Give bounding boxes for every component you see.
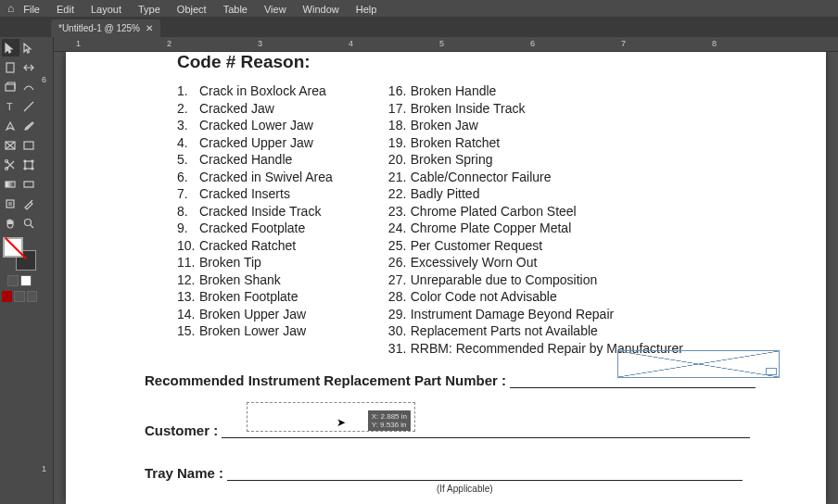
ruler-mark: 8 — [712, 39, 717, 48]
pencil-tool[interactable] — [20, 117, 38, 134]
eyedropper-tool[interactable] — [20, 195, 38, 212]
rectangle-tool[interactable] — [20, 136, 38, 154]
svg-rect-1 — [6, 84, 15, 91]
heading-text: Code # Reason: — [177, 52, 311, 72]
applicable-note: (If Applicable) — [437, 484, 493, 494]
free-transform-tool[interactable] — [20, 156, 38, 173]
apply-none-icon[interactable] — [27, 291, 37, 302]
svg-point-11 — [32, 168, 33, 170]
list-item: 24. Chrome Plate Copper Metal — [388, 220, 683, 237]
pen-tool[interactable] — [2, 117, 19, 134]
svg-rect-0 — [6, 63, 14, 72]
list-item: 6. Cracked in Swivel Area — [177, 170, 333, 186]
svg-rect-14 — [6, 200, 14, 208]
ruler-mark: 6 — [42, 75, 46, 84]
svg-rect-7 — [25, 161, 32, 169]
menu-type[interactable]: Type — [138, 4, 160, 15]
list-item: 8. Cracked Inside Track — [177, 204, 333, 220]
document-tab-bar: *Untitled-1 @ 125% ✕ — [0, 17, 838, 37]
document-tab[interactable]: *Untitled-1 @ 125% ✕ — [51, 19, 160, 37]
formatting-text-icon[interactable] — [20, 275, 32, 286]
list-item: 13. Broken Footplate — [177, 289, 333, 306]
formatting-container-icon[interactable] — [7, 275, 19, 286]
fill-swatch[interactable] — [3, 237, 23, 258]
apply-color-icon[interactable] — [2, 291, 12, 302]
list-item: 28. Color Code not Advisable — [388, 289, 683, 306]
svg-point-15 — [24, 219, 31, 225]
zoom-tool[interactable] — [20, 214, 38, 232]
selection-dimensions-hint: X: 2.885 in Y: 9.536 in — [368, 410, 411, 431]
ruler-mark: 1 — [76, 39, 81, 48]
tool-panel: T — [0, 37, 39, 504]
gradient-feather-tool[interactable] — [20, 175, 38, 193]
ruler-mark: 7 — [621, 39, 626, 48]
gap-tool[interactable] — [20, 58, 38, 76]
menu-bar: ⌂ FileEditLayoutTypeObjectTableViewWindo… — [0, 0, 838, 17]
svg-rect-13 — [24, 182, 33, 187]
type-on-path-tool[interactable] — [20, 78, 38, 95]
apply-gradient-icon[interactable] — [14, 291, 24, 302]
hand-tool[interactable] — [2, 214, 19, 232]
scissors-tool[interactable] — [2, 156, 19, 173]
menu-help[interactable]: Help — [356, 4, 377, 15]
list-item: 18. Broken Jaw — [388, 118, 683, 134]
list-item: 4. Cracked Upper Jaw — [177, 135, 333, 152]
svg-rect-4 — [24, 142, 33, 149]
list-item: 14. Broken Upper Jaw — [177, 307, 333, 323]
menu-window[interactable]: Window — [303, 4, 339, 15]
line-tool[interactable] — [20, 97, 38, 115]
menu-edit[interactable]: Edit — [57, 4, 74, 15]
part-number-row: Recommended Instrument Replacement Part … — [145, 372, 789, 388]
list-item: 23. Chrome Plated Carbon Steel — [388, 204, 683, 220]
home-icon[interactable]: ⌂ — [7, 2, 14, 15]
ruler-mark: 4 — [349, 39, 353, 48]
menu-view[interactable]: View — [264, 4, 286, 15]
reason-list-right: 16. Broken Handle17. Broken Inside Track… — [388, 83, 683, 357]
list-item: 12. Broken Shank — [177, 272, 333, 289]
tray-name-row: Tray Name : — [145, 465, 789, 481]
list-item: 30. Replacement Parts not Available — [388, 323, 683, 340]
canvas-area[interactable]: Code # Reason: 1. Crack in Boxlock Area2… — [54, 52, 838, 504]
list-item: 15. Broken Lower Jaw — [177, 323, 333, 340]
list-item: 26. Excessively Worn Out — [388, 255, 683, 271]
menu-layout[interactable]: Layout — [91, 4, 121, 15]
ruler-mark: 3 — [258, 39, 262, 48]
list-item: 20. Broken Spring — [388, 152, 683, 169]
list-item: 19. Broken Ratchet — [388, 135, 683, 152]
rectangle-frame-tool[interactable] — [2, 136, 19, 154]
content-collector-tool[interactable] — [2, 78, 19, 95]
reason-list-left: 1. Crack in Boxlock Area2. Cracked Jaw3.… — [177, 83, 333, 357]
tab-title: *Untitled-1 @ 125% — [58, 23, 140, 33]
list-item: 27. Unreparable due to Composition — [388, 272, 683, 289]
fill-stroke-swatch[interactable] — [3, 237, 36, 271]
cursor-icon: ➤ — [336, 416, 346, 429]
menu-file[interactable]: File — [23, 4, 40, 15]
svg-point-8 — [24, 160, 26, 162]
ruler-mark: 6 — [530, 39, 535, 48]
close-icon[interactable]: ✕ — [146, 23, 153, 33]
list-item: 3. Cracked Lower Jaw — [177, 118, 333, 134]
list-item: 11. Broken Tip — [177, 255, 333, 271]
ruler-mark: 5 — [439, 39, 444, 48]
svg-point-10 — [24, 168, 26, 170]
vertical-ruler: 61 — [39, 52, 54, 504]
list-item: 21. Cable/Connector Failure — [388, 170, 683, 186]
list-item: 2. Cracked Jaw — [177, 101, 333, 118]
page-tool[interactable] — [2, 58, 19, 76]
svg-text:T: T — [6, 101, 13, 112]
direct-selection-tool[interactable] — [20, 39, 38, 57]
type-tool[interactable]: T — [2, 97, 19, 115]
list-item: 16. Broken Handle — [388, 83, 683, 100]
horizontal-ruler: 12345678 — [39, 37, 838, 52]
document-page: Code # Reason: 1. Crack in Boxlock Area2… — [66, 52, 826, 504]
list-item: 7. Cracked Inserts — [177, 186, 333, 203]
list-item: 17. Broken Inside Track — [388, 101, 683, 118]
menu-table[interactable]: Table — [223, 4, 248, 15]
customer-row: Customer : — [145, 422, 789, 438]
note-tool[interactable] — [2, 195, 19, 212]
menu-object[interactable]: Object — [177, 4, 207, 15]
selection-tool[interactable] — [2, 39, 19, 57]
ruler-mark: 1 — [42, 464, 46, 473]
svg-point-9 — [32, 160, 33, 162]
gradient-swatch-tool[interactable] — [2, 175, 19, 193]
